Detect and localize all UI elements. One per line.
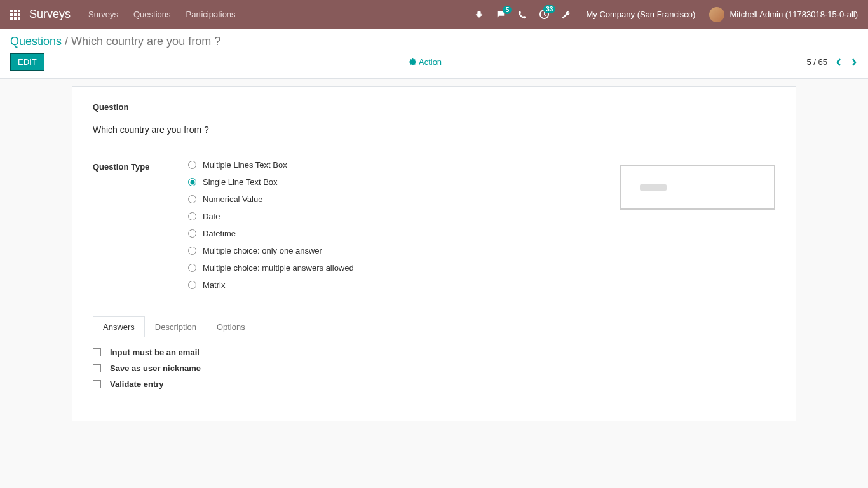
phone-icon[interactable] [518,10,527,19]
radio-icon [188,195,196,203]
company-selector[interactable]: My Company (San Francisco) [586,10,695,19]
tools-icon[interactable] [562,10,571,19]
pager: 5 / 65 [806,56,858,69]
radio-icon [188,247,196,255]
user-avatar-icon [709,7,724,22]
radio-label: Numerical Value [203,194,262,204]
nav-participations[interactable]: Participations [186,10,236,19]
pager-next-icon[interactable] [850,56,858,69]
radio-icon [188,212,196,220]
preview-box [620,165,775,210]
user-menu[interactable]: Mitchell Admin (11783018-15-0-all) [709,7,858,22]
user-name: Mitchell Admin (11783018-15-0-all) [729,10,858,19]
action-dropdown[interactable]: Action [409,57,442,67]
messages-badge: 5 [503,6,512,14]
radio-label: Multiple choice: multiple answers allowe… [203,263,354,273]
nav-questions[interactable]: Questions [133,10,171,19]
radio-datetime[interactable]: Datetime [188,229,594,238]
pager-text[interactable]: 5 / 65 [806,57,827,67]
pager-prev-icon[interactable] [835,56,843,69]
checkbox-icon [93,348,101,356]
radio-label: Matrix [203,280,225,290]
check-save-as-user-nickname[interactable]: Save as user nickname [93,363,775,373]
check-label: Save as user nickname [110,363,201,373]
nav-surveys[interactable]: Surveys [88,10,118,19]
check-validate-entry[interactable]: Validate entry [93,379,775,389]
tab-description[interactable]: Description [145,316,207,337]
checkbox-icon [93,380,101,388]
radio-label: Single Line Text Box [203,177,278,187]
check-label: Input must be an email [110,348,200,357]
form-sheet: Question Which country are you from ? Qu… [72,86,796,421]
tab-options[interactable]: Options [207,316,255,337]
radio-label: Date [203,212,220,221]
app-brand[interactable]: Surveys [29,8,71,21]
activities-badge: 33 [543,5,555,13]
breadcrumb-bar: Questions / Which country are you from ? [0,29,868,48]
question-type-label: Question Type [93,160,188,172]
radio-multiple-choice-only-one-answer[interactable]: Multiple choice: only one answer [188,246,594,255]
edit-button[interactable]: EDIT [10,53,44,71]
radio-single-line-text-box[interactable]: Single Line Text Box [188,177,594,187]
question-type-options: Multiple Lines Text BoxSingle Line Text … [188,160,594,297]
check-label: Validate entry [110,379,164,389]
debug-icon[interactable] [475,10,484,19]
radio-multiple-lines-text-box[interactable]: Multiple Lines Text Box [188,160,594,170]
activities-icon[interactable]: 33 [539,10,549,19]
radio-icon [188,264,196,272]
breadcrumb-sep: / [62,35,71,48]
breadcrumb-parent[interactable]: Questions [10,35,62,48]
messages-icon[interactable]: 5 [496,10,505,19]
apps-icon[interactable] [10,10,20,20]
check-input-must-be-an-email[interactable]: Input must be an email [93,348,775,357]
tab-content-answers: Input must be an emailSave as user nickn… [93,337,775,389]
gear-icon [409,58,416,65]
tab-answers[interactable]: Answers [93,316,145,337]
radio-multiple-choice-multiple-answers-allowed[interactable]: Multiple choice: multiple answers allowe… [188,263,594,273]
radio-matrix[interactable]: Matrix [188,280,594,290]
breadcrumb-current: Which country are you from ? [71,35,220,48]
question-text: Which country are you from ? [93,125,775,135]
checkbox-icon [93,364,101,372]
radio-icon [188,161,196,169]
radio-date[interactable]: Date [188,212,594,221]
tabs: AnswersDescriptionOptions [93,316,775,337]
radio-label: Datetime [203,229,236,238]
radio-label: Multiple Lines Text Box [203,160,287,170]
radio-icon [188,229,196,238]
radio-numerical-value[interactable]: Numerical Value [188,194,594,204]
preview-placeholder-bar [640,184,667,191]
top-navbar: Surveys Surveys Questions Participations… [0,0,868,29]
breadcrumb: Questions / Which country are you from ? [10,35,858,48]
radio-icon [188,281,196,289]
radio-label: Multiple choice: only one answer [203,246,322,255]
action-label: Action [419,57,442,67]
question-section-label: Question [93,102,775,112]
control-bar: EDIT Action 5 / 65 [0,48,868,79]
radio-icon [188,178,196,186]
